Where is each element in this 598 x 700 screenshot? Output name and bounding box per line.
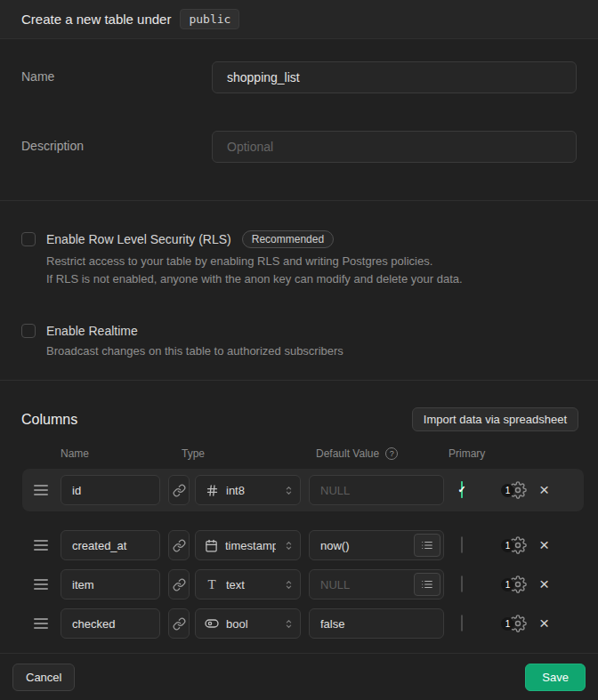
default-suggestions-button[interactable] xyxy=(414,534,440,557)
chevron-up-down-icon xyxy=(283,540,295,551)
link-icon xyxy=(173,484,186,497)
header-name: Name xyxy=(48,447,182,460)
list-icon xyxy=(421,539,433,551)
chevron-up-down-icon xyxy=(283,485,295,496)
foreign-key-button[interactable] xyxy=(168,608,190,639)
rls-option-row: Enable Row Level Security (RLS) Recommen… xyxy=(21,230,577,248)
close-icon: × xyxy=(539,614,549,632)
link-icon xyxy=(173,578,186,591)
primary-checkbox[interactable] xyxy=(461,481,463,498)
column-type-select[interactable]: T text xyxy=(195,569,301,599)
settings-count-badge: 1 xyxy=(501,539,514,552)
columns-title: Columns xyxy=(21,412,77,428)
dialog-title: Create a new table under xyxy=(21,12,171,27)
realtime-checkbox[interactable] xyxy=(21,324,36,338)
drag-handle-icon[interactable] xyxy=(34,540,48,551)
drag-handle-icon[interactable] xyxy=(34,485,48,495)
description-label: Description xyxy=(21,131,212,153)
drag-handle-icon[interactable] xyxy=(34,579,48,590)
close-icon: × xyxy=(539,480,549,499)
close-icon: × xyxy=(539,575,549,593)
column-name-input[interactable] xyxy=(61,569,160,599)
rls-description-line2: If RLS is not enabled, anyone with the a… xyxy=(46,270,577,288)
primary-checkbox[interactable] xyxy=(461,575,463,592)
settings-count-badge: 1 xyxy=(501,484,514,497)
header-default-value: Default Value xyxy=(316,447,379,460)
settings-count-badge: 1 xyxy=(501,578,514,591)
help-icon[interactable] xyxy=(385,447,398,460)
name-label: Name xyxy=(21,61,212,84)
column-type-value: int8 xyxy=(226,484,276,497)
foreign-key-button[interactable] xyxy=(168,569,190,599)
column-type-value: text xyxy=(226,578,276,591)
foreign-key-button[interactable] xyxy=(168,475,190,505)
link-icon xyxy=(173,539,186,552)
remove-column-button[interactable]: × xyxy=(539,578,549,591)
import-spreadsheet-button[interactable]: Import data via spreadsheet xyxy=(412,407,578,431)
text-icon: T xyxy=(205,577,219,592)
create-table-dialog: Create a new table under public Name Des… xyxy=(0,0,598,700)
rls-description: Restrict access to your table by enablin… xyxy=(46,253,577,288)
realtime-description: Broadcast changes on this table to autho… xyxy=(46,342,577,360)
chevron-up-down-icon xyxy=(283,579,295,591)
default-value-input[interactable] xyxy=(309,475,444,505)
column-name-input[interactable] xyxy=(61,475,160,505)
default-value-input[interactable] xyxy=(309,608,444,639)
realtime-label: Enable Realtime xyxy=(46,324,138,338)
table-description-input[interactable] xyxy=(212,131,577,163)
remove-column-button[interactable]: × xyxy=(539,539,549,551)
column-row-id: int8 1 × xyxy=(22,469,584,511)
column-row-item: T text 1 × xyxy=(22,565,584,604)
column-type-value: timestamptz xyxy=(225,539,276,552)
header-primary: Primary xyxy=(448,447,485,460)
remove-column-button[interactable]: × xyxy=(539,484,549,496)
description-field-row: Description xyxy=(21,131,577,163)
close-icon: × xyxy=(539,535,549,554)
rls-checkbox[interactable] xyxy=(21,232,36,246)
column-type-select[interactable]: bool xyxy=(195,608,301,639)
column-name-input[interactable] xyxy=(61,530,160,560)
columns-table-headers: Name Type Default Value Primary xyxy=(22,447,598,460)
cancel-button[interactable]: Cancel xyxy=(12,664,75,691)
remove-column-button[interactable]: × xyxy=(539,617,549,630)
column-type-select[interactable]: int8 xyxy=(195,475,301,505)
chevron-up-down-icon xyxy=(283,618,295,630)
primary-checkbox[interactable] xyxy=(461,536,463,553)
column-name-input[interactable] xyxy=(61,608,160,639)
rls-description-line1: Restrict access to your table by enablin… xyxy=(46,253,577,270)
schema-badge: public xyxy=(180,9,239,29)
name-field-row: Name xyxy=(21,61,577,93)
toggle-icon xyxy=(205,616,219,631)
column-row-checked: bool 1 × xyxy=(22,604,584,643)
column-type-select[interactable]: timestamptz xyxy=(195,530,301,560)
column-rows: int8 1 × xyxy=(0,469,598,643)
dialog-header: Create a new table under public xyxy=(0,0,598,39)
header-type: Type xyxy=(182,447,296,460)
table-name-input[interactable] xyxy=(212,61,577,93)
primary-checkbox[interactable] xyxy=(461,615,463,632)
save-button[interactable]: Save xyxy=(525,664,586,691)
foreign-key-button[interactable] xyxy=(168,530,190,560)
link-icon xyxy=(173,617,186,631)
list-icon xyxy=(421,578,433,591)
rls-label: Enable Row Level Security (RLS) xyxy=(46,232,231,246)
columns-section: Columns Import data via spreadsheet Name… xyxy=(0,381,598,653)
drag-handle-icon[interactable] xyxy=(34,618,48,629)
recommended-badge: Recommended xyxy=(242,230,334,248)
default-suggestions-button[interactable] xyxy=(414,573,440,596)
calendar-icon xyxy=(205,539,218,552)
settings-count-badge: 1 xyxy=(501,617,514,631)
hash-icon xyxy=(205,484,219,497)
dialog-footer: Cancel Save xyxy=(0,653,598,700)
options-section: Enable Row Level Security (RLS) Recommen… xyxy=(0,201,598,381)
column-row-created-at: timestamptz 1 × xyxy=(22,526,584,565)
realtime-option-row: Enable Realtime xyxy=(21,324,577,338)
table-info-section: Name Description xyxy=(0,39,598,201)
column-type-value: bool xyxy=(226,617,276,631)
